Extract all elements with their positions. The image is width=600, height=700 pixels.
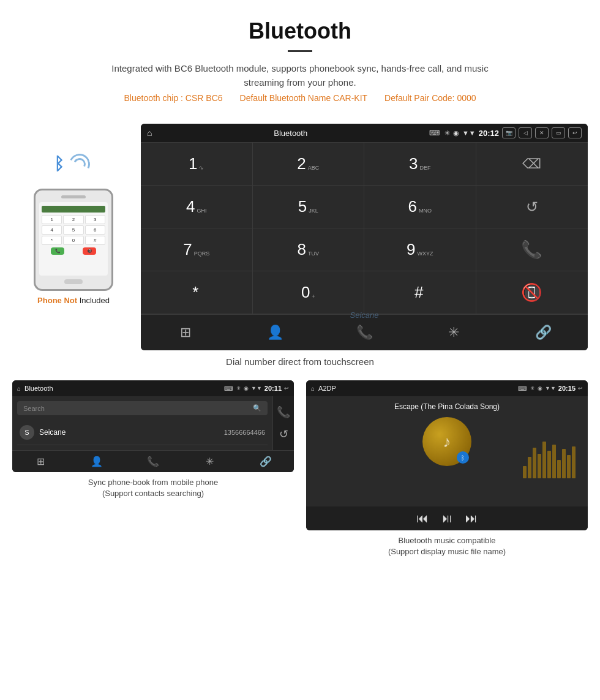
contacts-call-icon[interactable]: 📞 (277, 405, 290, 419)
location-icon: ◉ (453, 129, 459, 137)
back-icon[interactable]: ↩ (568, 127, 582, 138)
contacts-bt-icon: ✳ (236, 385, 241, 391)
contacts-back-icon[interactable]: ↩ (284, 385, 289, 391)
contacts-caption-line2: (Support contacts searching) (88, 488, 218, 499)
music-status-bar: ⌂ A2DP ⌨ ✳ ◉ ▼▼ 20:15 ↩ (306, 380, 588, 396)
eq-bar-7 (552, 445, 556, 478)
phone-speaker (61, 195, 86, 198)
contacts-nav-link[interactable]: 🔗 (238, 456, 294, 467)
key-star[interactable]: * (141, 271, 253, 314)
music-back-icon[interactable]: ↩ (578, 385, 583, 391)
contacts-status-bar: ⌂ Bluetooth ⌨ ✳ ◉ ▼▼ 20:11 ↩ (12, 380, 294, 396)
contact-number: 13566664466 (224, 429, 265, 436)
contacts-home-icon[interactable]: ⌂ (17, 385, 21, 392)
nav-call-icon[interactable]: 📞 (320, 321, 409, 344)
key-0[interactable]: 0 + (253, 271, 365, 314)
top-row: ᛒ + Add to Contacts 1 2 3 4 5 (12, 124, 588, 350)
call-green-cell[interactable]: 📞 (476, 228, 588, 271)
key-3[interactable]: 3 DEF (364, 143, 476, 186)
bluetooth-specs: Bluetooth chip : CSR BC6 Default Bluetoo… (12, 93, 588, 103)
contacts-refresh-icon[interactable]: ↺ (279, 427, 288, 441)
volume-icon[interactable]: ◁ (519, 127, 532, 138)
camera-icon[interactable]: 📷 (502, 127, 516, 138)
keypad-grid: 1 ∿ 2 ABC 3 DEF ⌫ (141, 142, 588, 314)
contacts-status-right: ✳ ◉ ▼▼ 20:11 ↩ (236, 385, 289, 392)
key-9[interactable]: 9 WXYZ (364, 228, 476, 271)
contacts-caption-line1: Sync phone-book from mobile phone (88, 477, 218, 488)
contacts-screen-title: Bluetooth (24, 385, 220, 392)
search-icon[interactable]: 🔍 (253, 404, 261, 412)
status-time: 20:12 (479, 129, 499, 138)
key-7[interactable]: 7 PQRS (141, 228, 253, 271)
phone-call-button[interactable]: 📞 (51, 247, 64, 255)
next-track-button[interactable]: ⏭ (465, 511, 478, 525)
key-hash[interactable]: # (364, 271, 476, 314)
phone-key-star[interactable]: * (42, 236, 62, 245)
music-caption: Bluetooth music compatible (Support disp… (388, 535, 506, 557)
key-5[interactable]: 5 JKL (253, 186, 365, 228)
key-4[interactable]: 4 GHI (141, 186, 253, 228)
phone-end-button[interactable]: 📵 (83, 247, 96, 255)
redial-cell[interactable]: ↺ (476, 186, 588, 228)
contact-initial: S (20, 425, 34, 440)
music-screen: ⌂ A2DP ⌨ ✳ ◉ ▼▼ 20:15 ↩ Escape (The Pina… (306, 380, 588, 530)
music-usb-icon: ⌨ (518, 385, 527, 392)
contacts-nav-person[interactable]: 👤 (69, 456, 125, 467)
main-content: ᛒ + Add to Contacts 1 2 3 4 5 (0, 124, 600, 557)
play-pause-button[interactable]: ⏯ (441, 511, 453, 525)
phone-key-6[interactable]: 6 (85, 225, 105, 235)
backspace-cell[interactable]: ⌫ (476, 143, 588, 186)
contacts-nav-phone[interactable]: 📞 (125, 456, 181, 467)
prev-track-button[interactable]: ⏮ (416, 511, 429, 525)
music-controls: ⏮ ⏯ ⏭ (306, 506, 588, 530)
contacts-nav-bt[interactable]: ✳ (181, 456, 238, 467)
call-end-cell[interactable]: 📵 (476, 271, 588, 314)
key-8[interactable]: 8 TUV (253, 228, 365, 271)
phone-not-included-label: Phone Not Included (37, 296, 110, 305)
music-loc-icon: ◉ (538, 385, 542, 391)
bt-name-spec: Default Bluetooth Name CAR-KIT (240, 93, 368, 103)
key-2[interactable]: 2 ABC (253, 143, 365, 186)
nav-apps-icon[interactable]: ⊞ (141, 321, 230, 344)
backspace-icon: ⌫ (522, 156, 541, 172)
eq-bar-2 (528, 457, 531, 478)
phone-key-5[interactable]: 5 (63, 225, 83, 235)
contacts-item: ⌂ Bluetooth ⌨ ✳ ◉ ▼▼ 20:11 ↩ Sea (12, 380, 294, 557)
eq-bar-10 (567, 455, 571, 478)
window-icon[interactable]: ▭ (552, 127, 565, 138)
music-time: 20:15 (558, 385, 576, 392)
music-home-icon[interactable]: ⌂ (311, 385, 315, 392)
phone-key-3[interactable]: 3 (85, 215, 105, 224)
nav-bluetooth-icon[interactable]: ✳ (409, 321, 498, 344)
nav-link-icon[interactable]: 🔗 (498, 321, 588, 344)
included-text: Included (80, 296, 110, 305)
contacts-bottom-nav: ⊞ 👤 📞 ✳ 🔗 (12, 450, 294, 472)
phone-home-button[interactable] (64, 279, 83, 284)
music-caption-line1: Bluetooth music compatible (388, 535, 506, 546)
contacts-screen: ⌂ Bluetooth ⌨ ✳ ◉ ▼▼ 20:11 ↩ Sea (12, 380, 294, 472)
key-1[interactable]: 1 ∿ (141, 143, 253, 186)
search-placeholder: Search (23, 405, 45, 412)
phone-key-hash[interactable]: # (85, 236, 105, 245)
music-bt-badge: ᛒ (457, 451, 469, 464)
home-icon[interactable]: ⌂ (147, 128, 152, 138)
contacts-search-bar[interactable]: Search 🔍 (17, 401, 268, 415)
key-6[interactable]: 6 MNO (364, 186, 476, 228)
call-end-icon: 📵 (521, 282, 542, 303)
car-screen-column: ⌂ Bluetooth ⌨ ✳ ◉ ▼▼ 20:12 📷 ◁ ✕ ▭ ↩ (141, 124, 588, 350)
phone-key-1[interactable]: 1 (42, 215, 62, 224)
bottom-row: ⌂ Bluetooth ⌨ ✳ ◉ ▼▼ 20:11 ↩ Sea (12, 380, 588, 557)
contact-row[interactable]: S Seicane 13566664466 (17, 420, 268, 445)
phone-key-0[interactable]: 0 (63, 236, 83, 245)
status-right-group: ✳ ◉ ▼▼ 20:12 📷 ◁ ✕ ▭ ↩ (444, 127, 582, 138)
close-icon[interactable]: ✕ (535, 127, 549, 138)
phone-key-2[interactable]: 2 (63, 215, 83, 224)
phone-key-4[interactable]: 4 (42, 225, 62, 235)
music-item: ⌂ A2DP ⌨ ✳ ◉ ▼▼ 20:15 ↩ Escape (The Pina… (306, 380, 588, 557)
car-screen: ⌂ Bluetooth ⌨ ✳ ◉ ▼▼ 20:12 📷 ◁ ✕ ▭ ↩ (141, 124, 588, 350)
eq-bar-9 (562, 449, 566, 478)
nav-contacts-icon[interactable]: 👤 (230, 321, 320, 344)
music-body: Escape (The Pina Colada Song) ♪ ᛒ (306, 396, 588, 506)
contacts-nav-apps[interactable]: ⊞ (12, 456, 69, 467)
eq-bar-4 (538, 454, 541, 478)
